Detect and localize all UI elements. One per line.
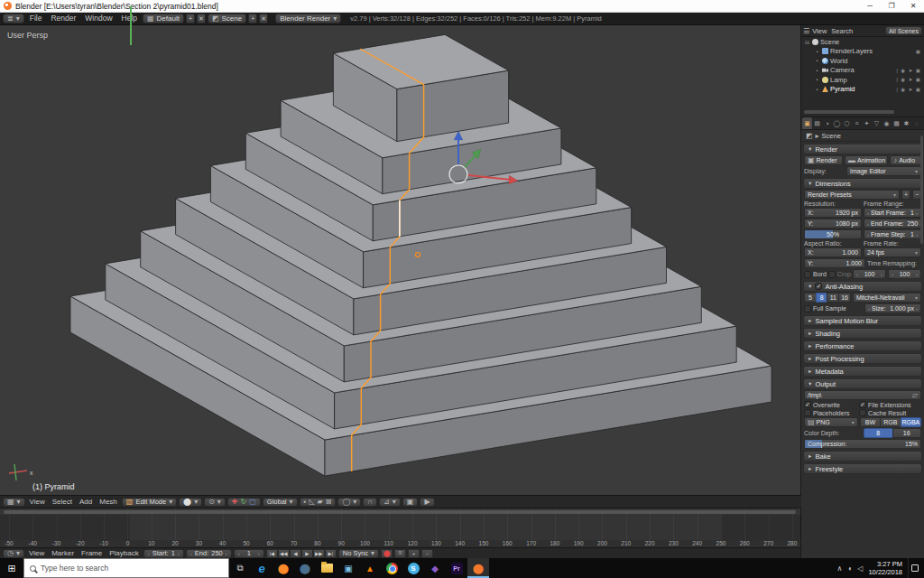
outliner-row-camera[interactable]: •Camera| ◉ ➤ ▣ (801, 66, 924, 76)
section-metadata[interactable]: ►Metadata (803, 366, 922, 377)
select-menu[interactable]: Select (50, 496, 75, 508)
render-section-header[interactable]: ▼Render (803, 144, 922, 154)
steam-icon[interactable]: ⬤ (294, 558, 316, 578)
sync-dropdown[interactable]: No Sync▾ (338, 549, 379, 558)
delete-scene-button[interactable]: ✕ (259, 14, 268, 23)
delete-layout-button[interactable]: ✕ (197, 14, 206, 23)
channels-bw[interactable]: BW (860, 417, 881, 427)
action-center-button[interactable] (908, 558, 920, 578)
viewport-shading-dropdown[interactable]: ⬤▾ (179, 498, 202, 507)
decrement-icon[interactable]: ‹ (148, 551, 150, 556)
timeline-horizontal-scrollbar[interactable] (4, 510, 796, 514)
scale-manipulator-icon[interactable]: ▢ (249, 498, 256, 506)
view-menu[interactable]: View (27, 496, 48, 508)
scene-dropdown[interactable]: ◩Scene (208, 14, 246, 23)
dimensions-section-header[interactable]: ▼Dimensions (803, 178, 922, 189)
add-menu[interactable]: Add (77, 496, 95, 508)
viewport-editor-type-dropdown[interactable]: ▦▾ (3, 498, 25, 507)
outliner-row-pyramid[interactable]: •Pyramid| ◉ ➤ ▣ (801, 85, 924, 95)
transform-orientation-dropdown[interactable]: Global▾ (263, 498, 298, 507)
add-layout-button[interactable]: + (186, 14, 195, 23)
folder-icon[interactable]: ▱ (912, 391, 918, 399)
channels-rgba[interactable]: RGBA (901, 417, 921, 427)
delete-keyframe-button[interactable]: − (421, 549, 433, 558)
outliner-search-menu[interactable]: Search (829, 25, 855, 37)
anti-aliasing-section-header[interactable]: ▼✓Anti-Aliasing (803, 281, 922, 292)
properties-tab-constraints[interactable]: ≡ (852, 117, 862, 129)
cache-result-checkbox[interactable] (859, 409, 866, 416)
properties-tab-render[interactable]: ▣ (802, 117, 812, 129)
properties-tab-render-layers[interactable]: ▤ (812, 117, 822, 129)
mesh-menu[interactable]: Mesh (97, 496, 120, 508)
placeholders-checkbox[interactable] (804, 409, 811, 416)
frame-start-field[interactable]: ‹Start Frame:1› (864, 208, 921, 218)
color-depth-8[interactable]: 8 (864, 428, 893, 438)
aa-samples-5[interactable]: 5 (804, 293, 817, 303)
remap-old-field[interactable]: ‹100› (853, 269, 886, 279)
current-frame-field[interactable]: ‹1› (234, 549, 264, 558)
blender-icon[interactable]: ⬤ (467, 558, 489, 578)
add-scene-button[interactable]: + (248, 14, 257, 23)
opengl-render-animation-button[interactable]: ▶ (420, 498, 434, 507)
compression-slider[interactable]: Compression:15% (804, 439, 921, 449)
frame-rate-dropdown[interactable]: 24 fps▾ (864, 247, 921, 257)
translate-manipulator-icon[interactable]: ✚ (232, 498, 238, 506)
snap-toggle[interactable]: ∩ (363, 498, 377, 507)
frame-end-field[interactable]: ‹End Frame:250› (864, 219, 921, 228)
minimize-button[interactable]: ─ (859, 0, 881, 13)
pivot-center-dropdown[interactable]: ⊙▾ (204, 498, 226, 507)
properties-tab-modifiers[interactable]: ✦ (862, 117, 872, 129)
renderlayer-toggle-icons[interactable]: ▣ (916, 49, 921, 54)
task-view-icon[interactable]: ⧉ (229, 558, 251, 578)
outliner-row-renderlayers[interactable]: •RenderLayers▣ (801, 47, 924, 57)
face-select-icon[interactable]: ▰ (318, 498, 323, 506)
jump-to-start-button[interactable]: |◀ (266, 549, 278, 558)
outliner-row-lamp[interactable]: •Lamp| ◉ ➤ ▣ (801, 75, 924, 85)
opengl-render-image-button[interactable]: ▣ (402, 498, 419, 507)
properties-tab-material[interactable]: ◉ (882, 117, 892, 129)
aspect-x-field[interactable]: X:1.000 (804, 247, 862, 257)
outliner-view-menu[interactable]: View (810, 25, 828, 37)
file-format-dropdown[interactable]: ▤PNG▾ (804, 417, 858, 427)
jump-prev-keyframe-button[interactable]: ◀◀ (278, 549, 290, 558)
overwrite-checkbox[interactable]: ✓ (804, 401, 811, 408)
increment-icon[interactable]: › (258, 551, 260, 556)
timeline-editor-type-dropdown[interactable]: ◷▾ (3, 549, 24, 558)
properties-tab-particles[interactable]: ✱ (901, 117, 911, 129)
outliner-editor-icon[interactable]: ☰ (803, 27, 809, 35)
chrome-icon[interactable] (381, 558, 402, 578)
mode-dropdown[interactable]: ▧Edit Mode▾ (122, 498, 177, 507)
properties-tab-physics[interactable]: ◌ (911, 117, 921, 129)
properties-tab-object-data[interactable]: ▽ (872, 117, 882, 129)
frame-step-field[interactable]: ‹Frame Step:1› (864, 229, 921, 239)
editor-type-dropdown[interactable]: ≣▾ (3, 14, 24, 23)
skype-icon[interactable]: S (402, 558, 424, 578)
decrement-icon[interactable]: ‹ (190, 551, 192, 556)
properties-tab-object[interactable]: ⬡ (842, 117, 852, 129)
resolution-percentage-slider[interactable]: 50% (804, 229, 862, 239)
remap-new-field[interactable]: ‹100› (888, 269, 921, 279)
visibility-toggle-icons[interactable]: | ◉ ➤ ▣ (896, 68, 921, 73)
resolution-y-field[interactable]: Y:1080 px (804, 219, 862, 228)
render-engine-dropdown[interactable]: Blender Render▾ (275, 14, 341, 23)
decrement-icon[interactable]: ‹ (238, 551, 240, 556)
network-icon[interactable]: ◖ (847, 564, 852, 573)
proportional-edit-dropdown[interactable]: ◯▾ (337, 498, 361, 507)
timeline-ruler[interactable]: -50-40-30-20-100102030405060708090100110… (0, 540, 801, 547)
window-menu[interactable]: Window (81, 13, 116, 24)
outliner-scrollbar[interactable] (804, 110, 894, 114)
increment-icon[interactable]: › (226, 551, 227, 556)
jump-to-end-button[interactable]: ▶| (325, 549, 337, 558)
firefox-icon[interactable]: ⬤ (273, 558, 294, 578)
3d-viewport-canvas[interactable]: x (0, 25, 801, 495)
taskbar-search-input[interactable]: Type here to search (23, 558, 229, 578)
render-button[interactable]: ▣Render (804, 155, 843, 165)
increment-icon[interactable]: › (178, 551, 180, 556)
properties-scrollbar[interactable] (920, 135, 923, 244)
display-dropdown[interactable]: Image Editor▾ (846, 166, 921, 176)
animation-button[interactable]: ▬Animation (845, 155, 888, 165)
full-sample-checkbox[interactable] (804, 305, 811, 312)
play-reverse-button[interactable]: ◀ (290, 549, 301, 558)
audio-button[interactable]: ♪Audio (890, 155, 921, 165)
aa-samples-11[interactable]: 11 (827, 293, 839, 303)
